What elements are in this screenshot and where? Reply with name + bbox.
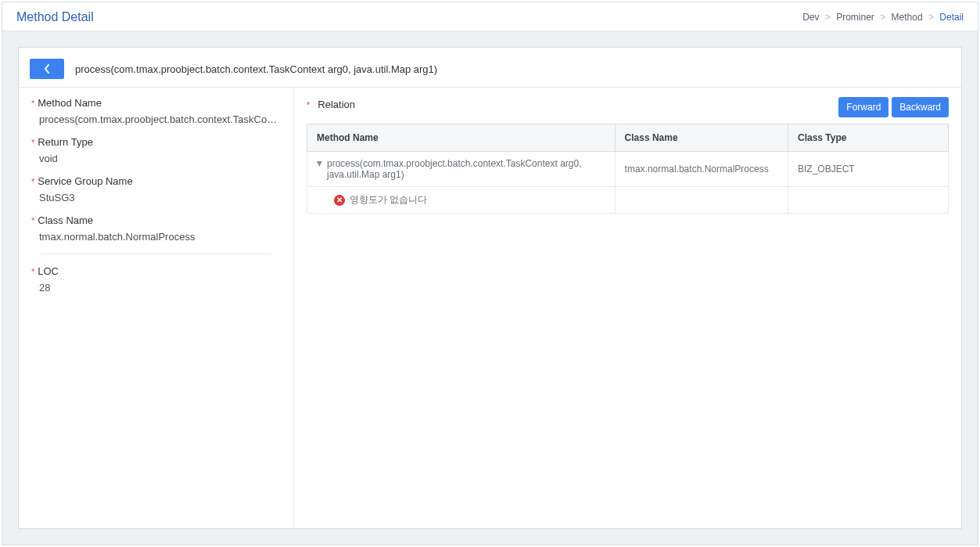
- error-icon: ✕: [334, 195, 345, 206]
- breadcrumb-item[interactable]: Dev: [802, 12, 819, 23]
- cell-empty: [788, 187, 948, 214]
- relation-header: * Relation Forward Backward: [307, 97, 949, 117]
- field-label: * Service Group Name: [31, 175, 281, 187]
- relation-pane: * Relation Forward Backward: [294, 88, 961, 528]
- required-asterisk-icon: *: [31, 177, 34, 186]
- col-method-name: Method Name: [307, 124, 616, 152]
- header-bar: Method Detail Dev > Prominer > Method > …: [2, 2, 978, 31]
- table-header-row: Method Name Class Name Class Type: [307, 124, 949, 152]
- required-asterisk-icon: *: [31, 99, 34, 108]
- required-asterisk-icon: *: [307, 100, 310, 110]
- field-service-group: * Service Group Name StuSG3: [31, 175, 281, 203]
- chevron-right-icon: >: [928, 12, 934, 23]
- forward-button[interactable]: Forward: [838, 97, 888, 117]
- field-value: process(com.tmax.proobject.batch.context…: [31, 113, 281, 125]
- details-pane: * Method Name process(com.tmax.proobject…: [19, 88, 294, 528]
- field-return-type: * Return Type void: [31, 136, 281, 164]
- cell-no-impact: ✕ 영향도가 없습니다: [307, 187, 616, 214]
- chevron-right-icon: >: [825, 12, 831, 23]
- field-label: * Method Name: [31, 97, 281, 109]
- page-title: Method Detail: [16, 10, 94, 24]
- table-row-no-impact: ✕ 영향도가 없습니다: [307, 187, 949, 214]
- cell-class-name: tmax.normal.batch.NormalProcess: [615, 152, 788, 187]
- chevron-left-icon: [44, 64, 50, 74]
- field-label: * LOC: [31, 265, 281, 277]
- method-signature: process(com.tmax.proobject.batch.context…: [75, 63, 437, 75]
- required-asterisk-icon: *: [31, 267, 34, 276]
- field-value: void: [31, 153, 281, 164]
- col-class-name: Class Name: [615, 124, 788, 152]
- breadcrumb-current: Detail: [939, 12, 964, 23]
- field-value: 28: [31, 282, 281, 293]
- field-value: StuSG3: [31, 192, 281, 203]
- field-class-name: * Class Name tmax.normal.batch.NormalPro…: [31, 214, 281, 243]
- field-method-name: * Method Name process(com.tmax.proobject…: [31, 97, 281, 125]
- breadcrumb-item[interactable]: Method: [892, 12, 923, 23]
- required-asterisk-icon: *: [31, 216, 34, 225]
- table-row[interactable]: ▶ process(com.tmax.proobject.batch.conte…: [307, 152, 949, 187]
- cell-empty: [615, 187, 788, 214]
- detail-card: process(com.tmax.proobject.batch.context…: [18, 47, 962, 529]
- breadcrumb: Dev > Prominer > Method > Detail: [802, 12, 964, 23]
- expand-triangle-icon[interactable]: ▶: [316, 161, 323, 167]
- card-body: * Method Name process(com.tmax.proobject…: [19, 87, 961, 528]
- relation-table: Method Name Class Name Class Type ▶: [307, 124, 949, 214]
- back-button[interactable]: [30, 59, 64, 79]
- chevron-right-icon: >: [880, 12, 885, 23]
- page-frame: Method Detail Dev > Prominer > Method > …: [2, 2, 978, 545]
- card-head: process(com.tmax.proobject.batch.context…: [19, 48, 961, 87]
- col-class-type: Class Type: [788, 124, 948, 152]
- backward-button[interactable]: Backward: [892, 97, 949, 117]
- cell-class-type: BIZ_OBJECT: [788, 152, 948, 187]
- breadcrumb-item[interactable]: Prominer: [836, 12, 874, 23]
- required-asterisk-icon: *: [31, 138, 34, 147]
- body-area: process(com.tmax.proobject.batch.context…: [2, 31, 978, 545]
- field-value: tmax.normal.batch.NormalProcess: [31, 231, 281, 243]
- divider: [41, 254, 271, 254]
- field-loc: * LOC 28: [31, 265, 281, 293]
- field-label: * Class Name: [31, 214, 281, 226]
- relation-title: * Relation: [307, 97, 355, 110]
- field-label: * Return Type: [31, 136, 281, 148]
- cell-method-name: ▶ process(com.tmax.proobject.batch.conte…: [307, 152, 616, 187]
- relation-buttons: Forward Backward: [838, 97, 949, 117]
